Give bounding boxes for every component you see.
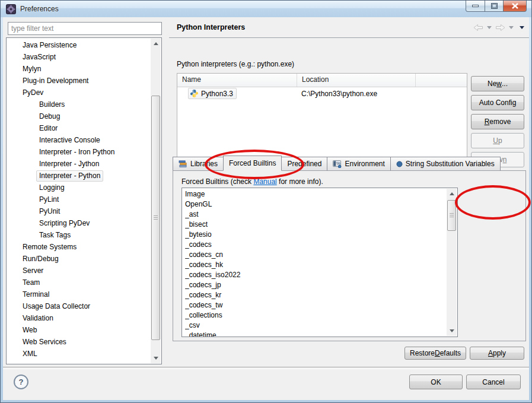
manual-link[interactable]: Manual xyxy=(253,177,276,186)
tree-item-label: Task Tags xyxy=(36,230,74,241)
builtin-item[interactable]: _ast xyxy=(185,210,447,220)
tree-item[interactable]: Run/Debug xyxy=(7,253,151,265)
python-icon xyxy=(190,89,199,98)
tree-item[interactable]: XML xyxy=(7,348,151,360)
tree-item[interactable]: Validation xyxy=(7,312,151,324)
forward-arrow-icon[interactable] xyxy=(495,24,505,31)
page-header: Python Interpreters xyxy=(169,17,529,38)
tab-string-substitution-variables[interactable]: String Substitution Variables xyxy=(390,157,501,171)
tree-item[interactable]: Team xyxy=(7,277,151,288)
tree-item[interactable]: Remote Systems xyxy=(7,241,151,253)
tab-environment[interactable]: % Environment xyxy=(327,157,390,171)
tree-item[interactable]: Interpreter - Jython xyxy=(7,158,151,170)
close-button[interactable] xyxy=(504,1,527,12)
tree-item[interactable]: PyLint xyxy=(7,193,151,205)
builtin-item[interactable]: _codecs_cn xyxy=(185,250,447,260)
interpreter-row[interactable]: Python3.3 C:\Python33\python.exe xyxy=(177,87,467,100)
scroll-up-button[interactable] xyxy=(151,39,161,49)
tab-predefined[interactable]: Predefined xyxy=(282,157,327,171)
libraries-icon xyxy=(179,160,187,168)
column-header-extra[interactable] xyxy=(416,74,467,87)
builtin-item[interactable]: _codecs_iso2022 xyxy=(185,270,447,280)
footer-separator xyxy=(3,367,529,369)
tree-item[interactable]: Task Tags xyxy=(7,229,151,241)
tree-item[interactable]: Editor xyxy=(7,122,151,134)
help-button[interactable]: ? xyxy=(14,375,28,389)
tree-scrollbar[interactable] xyxy=(151,39,161,363)
filter-input[interactable] xyxy=(8,22,162,35)
label-suffix: for more info). xyxy=(277,177,323,186)
tree-item[interactable]: Interpreter - Iron Python xyxy=(7,146,151,158)
tree-item-label: Server xyxy=(20,265,46,277)
tab-label: Forced Builtins xyxy=(229,159,276,167)
tree-item-label: Editor xyxy=(36,123,60,134)
tree-item[interactable]: Logging xyxy=(7,182,151,193)
view-menu-icon[interactable] xyxy=(520,26,524,29)
tree-item[interactable]: Plug-in Development xyxy=(7,75,151,87)
restore-defaults-button[interactable]: Restore Defaults xyxy=(404,347,466,360)
auto-config-button[interactable]: Auto Config xyxy=(471,95,524,110)
tree-item[interactable]: Scripting PyDev xyxy=(7,217,151,229)
back-dropdown-icon[interactable] xyxy=(487,26,492,29)
tree-item-label: Plug-in Development xyxy=(20,75,91,87)
builtin-item[interactable]: _codecs_kr xyxy=(185,290,447,300)
builtin-item[interactable]: _codecs_tw xyxy=(185,300,447,310)
minimize-icon xyxy=(472,5,479,8)
tree-item[interactable]: Terminal xyxy=(7,288,151,300)
tree-item[interactable]: Interpreter - Python xyxy=(7,170,151,182)
tree-item[interactable]: Java Persistence xyxy=(7,39,151,51)
tab-forced-builtins[interactable]: Forced Builtins xyxy=(223,156,282,171)
selected-interpreter[interactable]: Python3.3 xyxy=(188,88,237,99)
interpreter-remove-button[interactable]: Remove xyxy=(471,114,524,129)
cancel-button[interactable]: Cancel xyxy=(466,375,521,389)
scroll-up-icon xyxy=(450,192,454,195)
apply-button[interactable]: Apply xyxy=(470,347,524,360)
forward-dropdown-icon[interactable] xyxy=(509,26,514,29)
maximize-button[interactable] xyxy=(485,1,504,12)
forced-builtins-list: ImageOpenGL_ast_bisect_bytesio_codecs_co… xyxy=(181,188,458,337)
ok-button[interactable]: OK xyxy=(409,375,463,389)
tree-item-label: PyLint xyxy=(36,194,62,205)
builtin-item[interactable]: OpenGL xyxy=(185,199,447,210)
builtin-item[interactable]: _codecs_jp xyxy=(185,280,447,290)
column-header-location[interactable]: Location xyxy=(297,74,416,87)
scroll-down-button[interactable] xyxy=(151,353,161,363)
tree-item[interactable]: Builders xyxy=(7,99,151,110)
tab-libraries[interactable]: Libraries xyxy=(173,157,223,171)
tree-item[interactable]: PyUnit xyxy=(7,205,151,217)
tree-item[interactable]: Web xyxy=(7,324,151,336)
builtin-item[interactable]: _collections xyxy=(185,310,447,321)
list-scrollbar[interactable] xyxy=(447,189,457,336)
tree-item-label: Debug xyxy=(36,111,63,122)
tree-item[interactable]: Mylyn xyxy=(7,63,151,75)
interpreter-new-button[interactable]: New... xyxy=(471,76,524,91)
tree-item[interactable]: Usage Data Collector xyxy=(7,300,151,312)
builtin-item[interactable]: _codecs_hk xyxy=(185,260,447,270)
scrollbar-grip-icon xyxy=(450,213,454,217)
tree-scrollbar-thumb[interactable] xyxy=(151,96,160,340)
tree-item[interactable]: Server xyxy=(7,265,151,277)
builtin-item[interactable]: _bisect xyxy=(185,220,447,230)
tree-item[interactable]: Debug xyxy=(7,110,151,122)
builtin-item[interactable]: _bytesio xyxy=(185,230,447,240)
scroll-up-button[interactable] xyxy=(447,189,457,199)
tree-item[interactable]: PyDev xyxy=(7,87,151,99)
minimize-button[interactable] xyxy=(466,1,485,12)
up-button[interactable]: Up xyxy=(471,133,524,148)
tree-item-label: Interactive Console xyxy=(36,135,103,146)
scroll-down-button[interactable] xyxy=(447,326,457,336)
table-header: Name Location xyxy=(177,74,467,87)
back-arrow-icon[interactable] xyxy=(473,24,483,31)
tree-item[interactable]: JavaScript xyxy=(7,51,151,63)
builtin-item[interactable]: _codecs xyxy=(185,240,447,250)
builtin-item[interactable]: _csv xyxy=(185,321,447,331)
tree-item[interactable]: Interactive Console xyxy=(7,134,151,146)
builtin-item[interactable]: Image xyxy=(185,189,447,199)
titlebar[interactable]: Preferences xyxy=(1,1,531,17)
forced-builtins-panel: Forced Builtins (check Manual for more i… xyxy=(173,170,526,341)
tree-item[interactable]: Web Services xyxy=(7,336,151,348)
builtin-item[interactable]: _datetime xyxy=(185,331,447,337)
list-scrollbar-thumb[interactable] xyxy=(447,200,456,231)
tree-item-label: Interpreter - Iron Python xyxy=(36,147,117,158)
column-header-name[interactable]: Name xyxy=(177,74,297,87)
